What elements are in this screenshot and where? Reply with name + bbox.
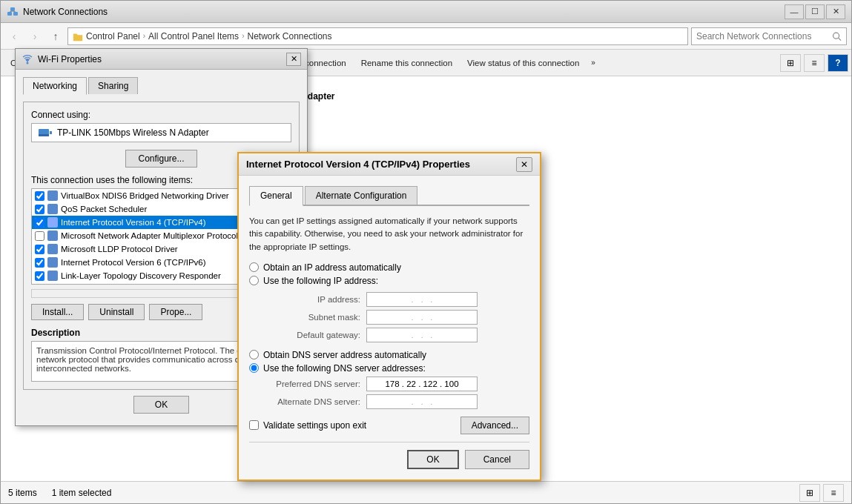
obtain-ip-auto-row[interactable]: Obtain an IP address automatically: [249, 262, 529, 273]
tcp-ok-button[interactable]: OK: [407, 450, 458, 469]
up-button[interactable]: ↑: [47, 27, 65, 45]
adapter-box: TP-LINK 150Mbps Wireless N Adapter: [31, 123, 291, 142]
subnet-mask-input[interactable]: [366, 310, 478, 325]
list-item-check-0[interactable]: [35, 191, 44, 201]
use-following-ip-row[interactable]: Use the following IP address:: [249, 276, 529, 286]
adapter-name-text: TP-LINK 150Mbps Wireless N Adapter: [57, 127, 209, 138]
view-btn-1[interactable]: ⊞: [780, 54, 801, 72]
view-btn-2[interactable]: ≡: [804, 54, 825, 72]
install-button[interactable]: Install...: [31, 304, 84, 320]
tcp-content: General Alternate Configuration You can …: [239, 176, 540, 480]
svg-rect-26: [39, 134, 49, 136]
window-title: Network Connections: [23, 7, 108, 17]
dns-fields: Preferred DNS server: Alternate DNS serv…: [264, 377, 529, 409]
svg-line-6: [839, 38, 841, 40]
close-button[interactable]: ✕: [826, 4, 845, 19]
configure-button[interactable]: Configure...: [125, 150, 197, 168]
tcp-tab-alternate[interactable]: Alternate Configuration: [305, 186, 418, 205]
minimize-button[interactable]: —: [785, 4, 804, 19]
list-item-icon-4: [47, 244, 58, 254]
uninstall-button[interactable]: Uninstall: [88, 304, 145, 320]
obtain-dns-auto-label: Obtain DNS server address automatically: [263, 350, 426, 360]
properties-button[interactable]: Prope...: [149, 304, 202, 320]
svg-line-4: [13, 11, 16, 12]
list-item-label-3: Microsoft Network Adapter Multiplexor Pr…: [61, 231, 238, 240]
tcp-close-button[interactable]: ✕: [516, 157, 532, 172]
list-item-icon-2: [47, 217, 58, 228]
adapter-small-icon: [38, 127, 53, 139]
tab-sharing[interactable]: Sharing: [88, 77, 138, 94]
ip-radio-section: Obtain an IP address automatically Use t…: [249, 262, 529, 286]
alternate-dns-row: Alternate DNS server:: [264, 394, 529, 409]
folder-icon: [73, 31, 83, 42]
list-item-check-5[interactable]: [35, 258, 44, 268]
search-icon: [832, 31, 842, 42]
use-following-dns-label: Use the following DNS server addresses:: [263, 363, 426, 374]
breadcrumb-3: Network Connections: [247, 31, 331, 42]
address-path[interactable]: Control Panel › All Control Panel Items …: [67, 27, 688, 45]
wifi-tabs: Networking Sharing: [23, 77, 300, 94]
tab-networking[interactable]: Networking: [23, 77, 87, 95]
wifi-dialog-title-bar: Wi-Fi Properties ✕: [16, 49, 307, 70]
title-bar-buttons: — ☐ ✕: [785, 4, 845, 19]
tcp-cancel-button[interactable]: Cancel: [465, 450, 529, 469]
status-bar: 5 items 1 item selected ⊞ ≡: [1, 481, 851, 503]
default-gateway-row: Default gateway:: [264, 328, 529, 342]
obtain-ip-auto-radio[interactable]: [249, 262, 259, 272]
preferred-dns-input[interactable]: [366, 377, 478, 391]
list-item-label-6: Link-Layer Topology Discovery Responder: [61, 271, 221, 280]
more-button[interactable]: »: [587, 53, 599, 73]
tcp-tabs: General Alternate Configuration: [249, 186, 529, 206]
wifi-close-button[interactable]: ✕: [286, 53, 301, 66]
list-item-icon-1: [47, 204, 58, 214]
obtain-dns-auto-row[interactable]: Obtain DNS server address automatically: [249, 350, 529, 360]
use-following-dns-row[interactable]: Use the following DNS server addresses:: [249, 363, 529, 374]
tcp-tab-general[interactable]: General: [249, 186, 303, 206]
search-box[interactable]: [691, 27, 847, 45]
default-gateway-input[interactable]: [366, 328, 478, 342]
tcp-bottom-btns: OK Cancel: [249, 442, 529, 469]
status-view-btn-2[interactable]: ≡: [823, 484, 844, 502]
validate-label: Validate settings upon exit: [263, 420, 366, 431]
maximize-button[interactable]: ☐: [805, 4, 825, 19]
validate-row: Validate settings upon exit Advanced...: [249, 417, 529, 434]
wifi-ok-button[interactable]: OK: [133, 396, 189, 414]
list-item-check-4[interactable]: [35, 245, 44, 254]
tcp-info-text: You can get IP settings assigned automat…: [249, 215, 529, 253]
rename-button[interactable]: Rename this connection: [354, 53, 459, 73]
list-item-check-3[interactable]: [35, 231, 44, 241]
network-connections-icon: [7, 6, 19, 18]
list-item-icon-6: [47, 271, 58, 281]
list-item-label-1: QoS Packet Scheduler: [61, 205, 147, 213]
list-item-check-2[interactable]: [35, 218, 44, 228]
list-item-label-0: VirtualBox NDIS6 Bridged Networking Driv…: [61, 191, 229, 200]
use-following-dns-radio[interactable]: [249, 363, 259, 373]
use-following-ip-radio[interactable]: [249, 276, 259, 285]
status-right: ⊞ ≡: [799, 484, 844, 502]
validate-checkbox[interactable]: [249, 420, 259, 430]
status-view-btn-1[interactable]: ⊞: [799, 484, 820, 502]
sep2: ›: [242, 32, 244, 40]
back-button[interactable]: ‹: [5, 27, 23, 45]
wifi-title-left: Wi-Fi Properties: [22, 53, 102, 65]
search-input[interactable]: [696, 31, 829, 42]
preferred-dns-label: Preferred DNS server:: [264, 379, 360, 388]
alternate-dns-input[interactable]: [366, 394, 478, 409]
wifi-dialog-title: Wi-Fi Properties: [38, 54, 102, 64]
view-status-button[interactable]: View status of this connection: [460, 53, 586, 73]
tcp-title-bar: Internet Protocol Version 4 (TCP/IPv4) P…: [239, 153, 540, 176]
svg-rect-0: [7, 12, 12, 16]
advanced-button[interactable]: Advanced...: [460, 417, 529, 434]
subnet-mask-label: Subnet mask:: [264, 313, 360, 322]
svg-point-5: [833, 33, 839, 39]
help-button[interactable]: ?: [828, 54, 848, 72]
obtain-dns-auto-radio[interactable]: [249, 350, 259, 359]
ip-address-input[interactable]: [366, 292, 478, 307]
list-item-check-6[interactable]: [35, 271, 44, 281]
list-item-check-1[interactable]: [35, 205, 44, 214]
wifi-icon: [22, 53, 33, 65]
forward-button[interactable]: ›: [26, 27, 44, 45]
default-gateway-label: Default gateway:: [264, 331, 360, 339]
svg-rect-1: [13, 12, 18, 16]
list-item-label-2: Internet Protocol Version 4 (TCP/IPv4): [61, 218, 206, 227]
